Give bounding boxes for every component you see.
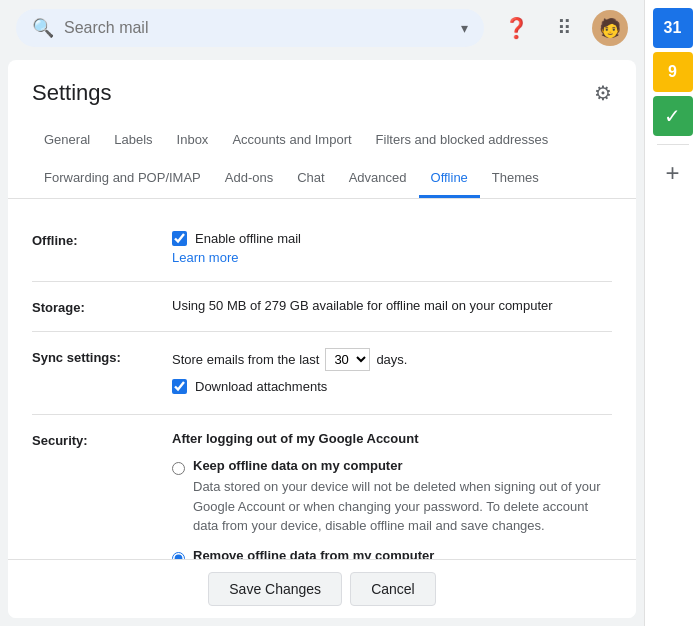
topbar-icons: ❓ ⠿ 🧑	[496, 8, 628, 48]
tasks-app-icon[interactable]: ✓	[653, 96, 693, 136]
tab-filters[interactable]: Filters and blocked addresses	[364, 122, 561, 160]
topbar: 🔍 ▾ ❓ ⠿ 🧑	[0, 0, 644, 56]
download-attachments-row: Download attachments	[172, 379, 612, 394]
save-button[interactable]: Save Changes	[208, 572, 342, 606]
sync-row: Sync settings: Store emails from the las…	[32, 332, 612, 415]
keep-app-icon[interactable]: 9	[653, 52, 693, 92]
tab-labels[interactable]: Labels	[102, 122, 164, 160]
tab-addons[interactable]: Add-ons	[213, 160, 285, 198]
security-label: Security:	[32, 431, 172, 559]
tab-general[interactable]: General	[32, 122, 102, 160]
cancel-button[interactable]: Cancel	[350, 572, 436, 606]
offline-row: Offline: Enable offline mail Learn more	[32, 215, 612, 282]
apps-icon: ⠿	[557, 16, 572, 40]
help-icon: ❓	[504, 16, 529, 40]
main-content: 🔍 ▾ ❓ ⠿ 🧑 Settings ⚙ General Labels	[0, 0, 644, 626]
search-bar: 🔍 ▾	[16, 9, 484, 47]
storage-row: Storage: Using 50 MB of 279 GB available…	[32, 282, 612, 332]
search-icon: 🔍	[32, 17, 54, 39]
storage-value: Using 50 MB of 279 GB available for offl…	[172, 298, 612, 315]
download-attachments-label: Download attachments	[195, 379, 327, 394]
security-row: Security: After logging out of my Google…	[32, 415, 612, 559]
settings-panel: Settings ⚙ General Labels Inbox Accounts…	[8, 60, 636, 618]
enable-offline-row: Enable offline mail	[172, 231, 612, 246]
offline-label: Offline:	[32, 231, 172, 265]
avatar-button[interactable]: 🧑	[592, 10, 628, 46]
learn-more-link[interactable]: Learn more	[172, 250, 612, 265]
tab-forwarding[interactable]: Forwarding and POP/IMAP	[32, 160, 213, 198]
tab-advanced[interactable]: Advanced	[337, 160, 419, 198]
sync-label: Sync settings:	[32, 348, 172, 398]
settings-title: Settings	[32, 80, 112, 106]
tab-inbox[interactable]: Inbox	[165, 122, 221, 160]
settings-header: Settings ⚙ General Labels Inbox Accounts…	[8, 60, 636, 199]
remove-offline-option: Remove offline data from my computer Dat…	[172, 548, 612, 560]
store-prefix: Store emails from the last	[172, 352, 319, 367]
search-dropdown-icon[interactable]: ▾	[461, 20, 468, 36]
keep-offline-option: Keep offline data on my computer Data st…	[172, 458, 612, 536]
tab-accounts[interactable]: Accounts and Import	[220, 122, 363, 160]
keep-offline-radio[interactable]	[172, 461, 185, 476]
store-suffix: days.	[376, 352, 407, 367]
avatar-icon: 🧑	[599, 17, 621, 39]
keep-icon-label: 9	[668, 63, 677, 81]
enable-offline-checkbox[interactable]	[172, 231, 187, 246]
tabs-row: General Labels Inbox Accounts and Import…	[32, 122, 612, 198]
calendar-icon-label: 31	[664, 19, 682, 37]
sync-days-row: Store emails from the last 30 7 14 60 90…	[172, 348, 612, 371]
settings-gear-icon[interactable]: ⚙	[594, 81, 612, 105]
sidebar-divider	[657, 144, 689, 145]
tab-chat[interactable]: Chat	[285, 160, 336, 198]
offline-value: Enable offline mail Learn more	[172, 231, 612, 265]
sync-value: Store emails from the last 30 7 14 60 90…	[172, 348, 612, 398]
search-input[interactable]	[64, 19, 451, 37]
tab-offline[interactable]: Offline	[419, 160, 480, 198]
tasks-icon-label: ✓	[664, 104, 681, 128]
enable-offline-label: Enable offline mail	[195, 231, 301, 246]
days-select[interactable]: 30 7 14 60 90	[325, 348, 370, 371]
download-attachments-checkbox[interactable]	[172, 379, 187, 394]
security-heading: After logging out of my Google Account	[172, 431, 612, 446]
remove-offline-radio[interactable]	[172, 551, 185, 560]
help-button[interactable]: ❓	[496, 8, 536, 48]
calendar-app-icon[interactable]: 31	[653, 8, 693, 48]
right-sidebar: 31 9 ✓ +	[644, 0, 700, 626]
storage-label: Storage:	[32, 298, 172, 315]
settings-content: Offline: Enable offline mail Learn more …	[8, 199, 636, 559]
settings-title-row: Settings ⚙	[32, 80, 612, 106]
sidebar-add-button[interactable]: +	[653, 153, 693, 193]
remove-offline-label: Remove offline data from my computer	[193, 548, 612, 560]
keep-offline-label: Keep offline data on my computer	[193, 458, 612, 473]
add-icon: +	[665, 159, 679, 187]
tab-themes[interactable]: Themes	[480, 160, 551, 198]
security-value: After logging out of my Google Account K…	[172, 431, 612, 559]
keep-offline-desc: Data stored on your device will not be d…	[193, 477, 612, 536]
apps-button[interactable]: ⠿	[544, 8, 584, 48]
settings-footer: Save Changes Cancel	[8, 559, 636, 618]
